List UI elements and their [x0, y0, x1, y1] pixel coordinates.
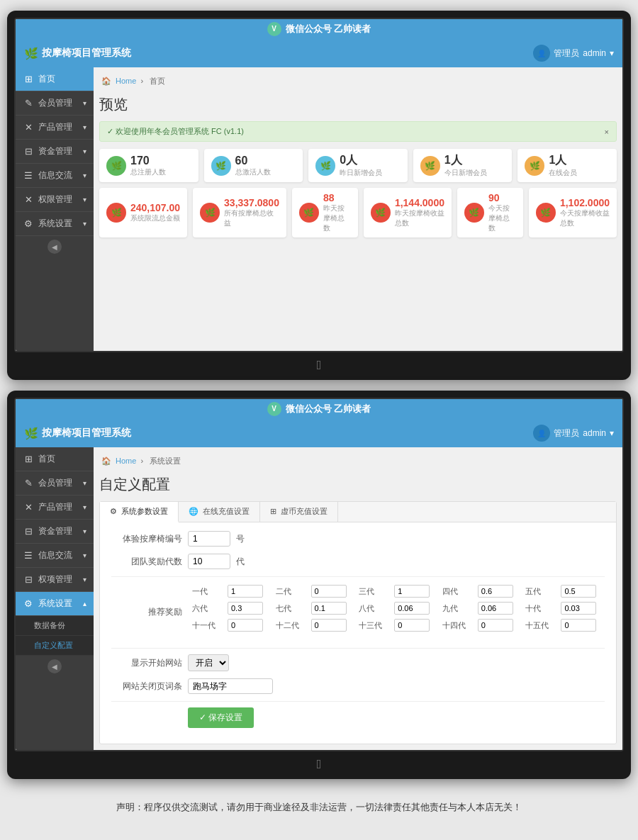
sidebar2-collapse-btn[interactable]: ◀	[47, 659, 62, 673]
sidebar-item-products[interactable]: ✕ 产品管理 ▾	[16, 116, 94, 140]
content-1: 🏠 Home › 首页 预览 ✓ 欢迎使用年冬会员管理系统 FC (v1.1) …	[94, 67, 622, 351]
ref-input-2-1[interactable]	[228, 602, 263, 615]
form-input-team[interactable]	[188, 554, 230, 569]
apple-logo-2: 	[317, 757, 322, 771]
tab-system-params-icon: ⚙	[110, 507, 117, 515]
ref-cell-3-4	[474, 617, 522, 634]
ref-input-3-5[interactable]	[561, 619, 596, 632]
user-dropdown-icon-2[interactable]: ▾	[610, 428, 614, 438]
main-layout-1: ⊞ 首页 ✎ 会员管理 ▾ ✕ 产品管理 ▾ ⊟ 资金管理 ▾	[16, 67, 622, 351]
form-unit-team: 代	[236, 556, 245, 568]
form-label-website: 显示开始网站	[111, 657, 182, 669]
form-label-machine: 体验按摩椅编号	[111, 533, 182, 545]
ref-input-1-4[interactable]	[478, 585, 513, 598]
projects-expand-icon-2: ▾	[83, 576, 86, 583]
breadcrumb-sep1: ›	[140, 77, 145, 85]
tab-online-recharge[interactable]: 🌐 在线充值设置	[179, 502, 260, 522]
sidebar2-item-products[interactable]: ✕ 产品管理 ▾	[16, 495, 94, 520]
breadcrumb-home[interactable]: Home	[116, 77, 136, 85]
sidebar-item-finance[interactable]: ⊟ 资金管理 ▾	[16, 140, 94, 164]
form-input-keyword[interactable]	[188, 678, 273, 694]
stat-icon-3: 🌿	[420, 156, 440, 176]
sidebar2-sub-custom[interactable]: 自定义配置	[16, 636, 94, 656]
stat-icon-4: 🌿	[525, 156, 544, 176]
form-divider-1	[111, 576, 605, 577]
ref-input-1-1[interactable]	[228, 585, 263, 598]
disclaimer: 声明：程序仅供交流测试，请勿用于商业途径及非法运营，一切法律责任其他责任与本人本…	[0, 790, 638, 819]
form-input-machine[interactable]	[188, 531, 230, 547]
sidebar2-messages-label: 信息交流	[38, 549, 72, 561]
sidebar-products-label: 产品管理	[38, 121, 72, 133]
ref-input-2-4[interactable]	[478, 602, 513, 615]
stat-value2-2: 88	[323, 192, 351, 203]
stat-icon2-2: 🌿	[299, 203, 319, 223]
user-dropdown-icon[interactable]: ▾	[610, 48, 614, 58]
sidebar-item-settings[interactable]: ⚙ 系统设置 ▾	[16, 212, 94, 236]
tab-virtual-label: 虚币充值设置	[281, 507, 328, 515]
sidebar-item-members[interactable]: ✎ 会员管理 ▾	[16, 91, 94, 116]
sidebar-settings-label: 系统设置	[38, 218, 72, 230]
settings-expand-icon-2: ▴	[83, 600, 86, 607]
stat-label2-5: 今天按摩椅收益总数	[560, 208, 610, 228]
members-expand-icon-2: ▾	[83, 479, 86, 487]
ref-gen-2-3: 八代	[354, 600, 390, 617]
ref-input-3-4[interactable]	[478, 619, 513, 632]
breadcrumb-current-1: 首页	[150, 77, 165, 85]
tab-online-icon: 🌐	[189, 507, 198, 515]
user-info-1[interactable]: 👤 管理员 admin ▾	[533, 45, 614, 62]
sidebar2-item-members[interactable]: ✎ 会员管理 ▾	[16, 471, 94, 495]
sidebar-item-home[interactable]: ⊞ 首页	[16, 67, 94, 91]
stat-value2-5: 1,102.0000	[560, 197, 610, 208]
ref-input-3-1[interactable]	[228, 619, 263, 632]
breadcrumb-current-2: 系统设置	[150, 457, 181, 465]
monitor-base-1: 	[14, 352, 624, 380]
sidebar-collapse-btn[interactable]: ◀	[47, 240, 62, 254]
sidebar-item-permissions[interactable]: ✕ 权限管理 ▾	[16, 188, 94, 212]
stat-card2-3: 🌿 1,144.0000 昨天按摩椅收益总数	[364, 188, 452, 237]
ref-input-3-2[interactable]	[311, 619, 347, 632]
ref-input-2-2[interactable]	[311, 602, 347, 615]
stat-value-1: 60	[235, 155, 271, 167]
permissions-icon: ✕	[23, 194, 34, 205]
sidebar2-item-settings[interactable]: ⚙ 系统设置 ▴	[16, 592, 94, 616]
ref-input-1-3[interactable]	[394, 585, 430, 598]
ref-input-1-5[interactable]	[561, 585, 596, 598]
app-header-2: 🌿 按摩椅项目管理系统 👤 管理员 admin ▾	[16, 419, 622, 447]
alert-close-btn[interactable]: ×	[605, 128, 609, 136]
ref-cell-3-5	[556, 617, 605, 634]
sidebar-2: ⊞ 首页 ✎ 会员管理 ▾ ✕ 产品管理 ▾ ⊟ 资金管理 ▾	[16, 447, 94, 750]
tab-system-params[interactable]: ⚙ 系统参数设置	[100, 502, 179, 522]
sidebar-permissions-label: 权限管理	[38, 194, 72, 206]
user-name-1: admin	[583, 48, 606, 58]
stat-icon-2: 🌿	[315, 156, 335, 176]
stat-label-3: 今日新增会员	[444, 168, 487, 178]
sidebar2-sub-databackup[interactable]: 数据备份	[16, 616, 94, 636]
sidebar2-item-projects[interactable]: ⊟ 权项管理 ▾	[16, 568, 94, 592]
members-icon: ✎	[23, 98, 34, 108]
sidebar-item-messages[interactable]: ☰ 信息交流 ▾	[16, 164, 94, 188]
finance-expand-icon-2: ▾	[83, 527, 86, 535]
ref-input-3-3[interactable]	[394, 619, 430, 632]
ref-gen-1-2: 二代	[272, 583, 307, 600]
finance-icon-2: ⊟	[23, 526, 34, 537]
form-row-team: 团队奖励代数 代	[111, 554, 605, 569]
sidebar2-item-finance[interactable]: ⊟ 资金管理 ▾	[16, 520, 94, 544]
ref-input-2-3[interactable]	[394, 602, 430, 615]
stat-label2-4: 今天按摩椅总数	[488, 203, 516, 233]
ref-input-2-5[interactable]	[561, 602, 596, 615]
tab-virtual-recharge[interactable]: ⊞ 虚币充值设置	[260, 502, 338, 522]
top-bar-logo-2: V	[267, 402, 281, 416]
form-select-website[interactable]: 开启 关闭	[188, 654, 229, 671]
tab-virtual-icon: ⊞	[270, 507, 276, 515]
monitor-2: V 微信公众号 乙帅读者 🌿 按摩椅项目管理系统 👤 管理员 admin ▾ ⊞	[7, 391, 631, 779]
sidebar2-item-home[interactable]: ⊞ 首页	[16, 447, 94, 471]
messages-expand-icon: ▾	[83, 172, 86, 179]
user-info-2[interactable]: 👤 管理员 admin ▾	[533, 425, 614, 442]
home-icon: ⊞	[23, 74, 34, 84]
sidebar2-item-messages[interactable]: ☰ 信息交流 ▾	[16, 544, 94, 568]
breadcrumb-home-2[interactable]: Home	[116, 457, 136, 465]
ref-input-1-2[interactable]	[311, 585, 347, 598]
ref-gen-1-4: 四代	[438, 583, 474, 600]
save-settings-button[interactable]: ✓ 保存设置	[188, 707, 254, 728]
user-avatar-1: 👤	[533, 45, 550, 62]
